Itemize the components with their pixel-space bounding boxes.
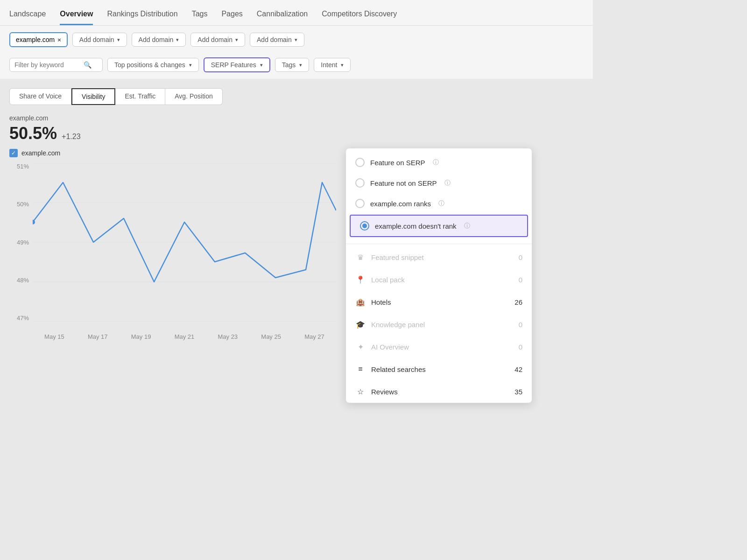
chart-svg [33, 163, 336, 322]
info-icon-1: ⓘ [433, 158, 439, 167]
radio-circle-1 [355, 158, 365, 167]
crown-icon: ♛ [355, 252, 366, 262]
feature-count-hotels: 26 [514, 298, 522, 306]
tab-landscape[interactable]: Landscape [9, 10, 46, 25]
tab-rankings[interactable]: Rankings Distribution [107, 10, 177, 25]
stats-domain-label: example.com [9, 114, 584, 122]
domain-bar: example.com × Add domain ▾ Add domain ▾ … [0, 26, 593, 54]
domain-chip-label: example.com [16, 36, 55, 43]
chevron-down-icon-tags: ▾ [299, 62, 302, 68]
filter-bar: 🔍 Top positions & changes ▾ SERP Feature… [0, 54, 593, 79]
radio-feature-not-on-serp[interactable]: Feature not on SERP ⓘ [346, 173, 532, 193]
y-label-50: 50% [17, 201, 29, 208]
metric-tab-visibility[interactable]: Visibility [71, 88, 115, 105]
feature-reviews[interactable]: ☆ Reviews 35 [346, 380, 532, 403]
top-nav: Landscape Overview Rankings Distribution… [0, 0, 593, 26]
serp-features-dropdown[interactable]: SERP Features ▾ [204, 57, 270, 72]
add-domain-btn-3[interactable]: Add domain ▾ [190, 33, 245, 47]
serp-features-panel: Feature on SERP ⓘ Feature not on SERP ⓘ … [345, 148, 532, 403]
chevron-down-icon-2: ▾ [176, 37, 179, 43]
chevron-down-icon-pos: ▾ [189, 62, 192, 68]
dropdown-scroll[interactable]: Feature on SERP ⓘ Feature not on SERP ⓘ … [346, 148, 532, 403]
intent-dropdown[interactable]: Intent ▾ [314, 58, 351, 72]
feature-ai-overview[interactable]: ✦ AI Overview 0 [346, 336, 532, 358]
pin-icon: 📍 [355, 274, 366, 285]
chart-x-axis: May 15 May 17 May 19 May 21 May 23 May 2… [33, 333, 336, 340]
stats-section: example.com 50.5% +1.23 [9, 114, 584, 143]
radio-circle-3 [355, 199, 365, 208]
radio-circle-4 [360, 221, 369, 231]
radio-domain-doesnt-rank[interactable]: example.com doesn't rank ⓘ [350, 215, 528, 237]
tab-cannibalization[interactable]: Cannibalization [257, 10, 308, 25]
chart-y-axis: 51% 50% 49% 48% 47% [9, 163, 33, 322]
tags-dropdown[interactable]: Tags ▾ [275, 58, 310, 72]
stat-number: 50.5% [9, 124, 57, 143]
radio-domain-ranks[interactable]: example.com ranks ⓘ [346, 193, 532, 214]
chevron-down-icon-4: ▾ [295, 37, 297, 43]
legend-checkbox[interactable]: ✓ [9, 149, 18, 157]
feature-related-searches[interactable]: ≡ Related searches 42 [346, 358, 532, 380]
y-label-49: 49% [17, 239, 29, 246]
x-label-may27: May 27 [304, 333, 324, 340]
filter-keyword-wrapper[interactable]: 🔍 [9, 58, 103, 72]
y-label-51: 51% [17, 163, 29, 170]
add-domain-btn-4[interactable]: Add domain ▾ [250, 33, 304, 47]
tab-competitors[interactable]: Competitors Discovery [322, 10, 397, 25]
x-label-may17: May 17 [88, 333, 108, 340]
x-label-may15: May 15 [44, 333, 64, 340]
tab-pages[interactable]: Pages [221, 10, 242, 25]
y-label-47: 47% [17, 315, 29, 322]
chart-area: 51% 50% 49% 48% 47% May 15 May 17 May 19… [9, 163, 336, 340]
stat-change: +1.23 [62, 133, 80, 141]
hotel-icon: 🏨 [355, 297, 366, 307]
main-content: Share of Voice Visibility Est. Traffic A… [0, 79, 593, 350]
tab-overview[interactable]: Overview [60, 10, 93, 25]
chevron-down-icon-3: ▾ [235, 37, 238, 43]
add-domain-btn-1[interactable]: Add domain ▾ [72, 33, 127, 47]
info-icon-3: ⓘ [438, 199, 444, 208]
search-input[interactable] [14, 61, 80, 69]
metric-tab-traffic[interactable]: Est. Traffic [115, 88, 165, 105]
feature-count-reviews: 35 [514, 388, 522, 396]
info-icon-2: ⓘ [444, 179, 451, 187]
chevron-down-icon-serp: ▾ [260, 62, 263, 68]
mortarboard-icon: 🎓 [355, 319, 366, 329]
radio-circle-2 [355, 178, 365, 188]
radio-section: Feature on SERP ⓘ Feature not on SERP ⓘ … [346, 148, 532, 242]
feature-local-pack[interactable]: 📍 Local pack 0 [346, 268, 532, 291]
x-label-may21: May 21 [175, 333, 195, 340]
feature-count-snippet: 0 [519, 253, 522, 261]
metric-tab-sov[interactable]: Share of Voice [9, 88, 71, 105]
feature-knowledge-panel[interactable]: 🎓 Knowledge panel 0 [346, 313, 532, 336]
search-icon: 🔍 [84, 61, 92, 69]
metric-tab-position[interactable]: Avg. Position [165, 88, 222, 105]
info-icon-4: ⓘ [464, 222, 470, 230]
radio-feature-on-serp[interactable]: Feature on SERP ⓘ [346, 152, 532, 173]
feature-count-knowledge: 0 [519, 321, 522, 329]
x-label-may25: May 25 [261, 333, 281, 340]
primary-domain-chip[interactable]: example.com × [9, 32, 68, 47]
add-domain-btn-2[interactable]: Add domain ▾ [132, 33, 186, 47]
top-positions-dropdown[interactable]: Top positions & changes ▾ [107, 58, 199, 72]
legend-label: example.com [21, 149, 60, 157]
feature-hotels[interactable]: 🏨 Hotels 26 [346, 291, 532, 313]
sparkle-icon: ✦ [355, 342, 366, 352]
list-icon: ≡ [355, 364, 366, 374]
x-label-may19: May 19 [131, 333, 151, 340]
metric-tabs: Share of Voice Visibility Est. Traffic A… [9, 88, 584, 105]
feature-count-local: 0 [519, 276, 522, 284]
domain-chip-close[interactable]: × [57, 36, 61, 43]
feature-count-related: 42 [514, 365, 522, 373]
star-icon: ☆ [355, 386, 366, 397]
feature-featured-snippet[interactable]: ♛ Featured snippet 0 [346, 246, 532, 268]
dropdown-divider [346, 244, 532, 244]
tab-tags[interactable]: Tags [192, 10, 208, 25]
chevron-down-icon-intent: ▾ [341, 62, 344, 68]
chevron-down-icon: ▾ [117, 37, 120, 43]
x-label-may23: May 23 [218, 333, 238, 340]
y-label-48: 48% [17, 277, 29, 284]
stat-value-display: 50.5% +1.23 [9, 124, 584, 143]
feature-count-ai: 0 [519, 343, 522, 351]
